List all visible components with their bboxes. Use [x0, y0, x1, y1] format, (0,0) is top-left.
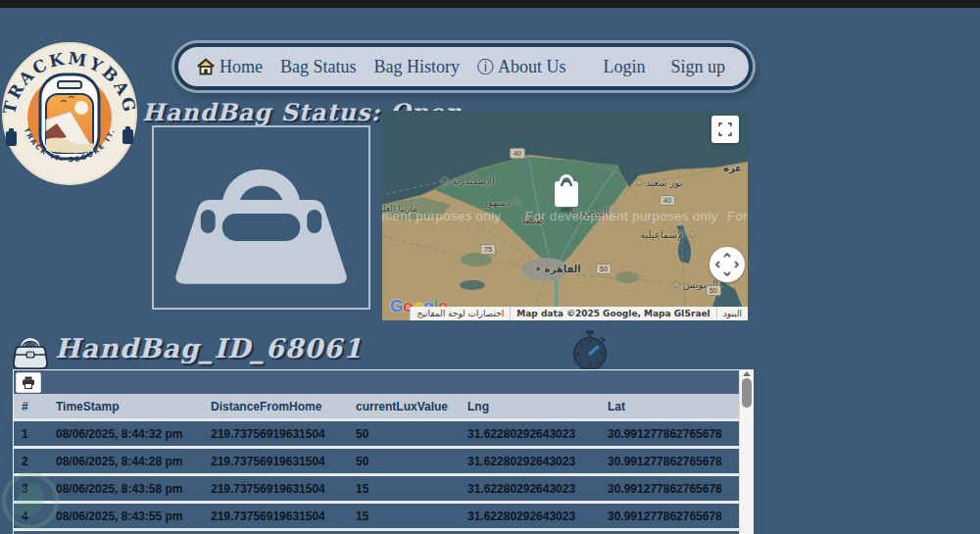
table-row[interactable]: 1 08/06/2025, 8:44:32 pm 219.73756919631…: [14, 421, 753, 446]
cell-timestamp: 08/06/2025, 8:43:58 pm: [48, 482, 203, 496]
map-city-label: ◉ القاهرة: [535, 264, 581, 274]
bag-history-table: # TimeStamp DistanceFromHome currentLuxV…: [14, 370, 753, 534]
route-shield: 50: [596, 264, 612, 274]
nav-label-bag-status: Bag Status: [280, 57, 357, 77]
recorder-watermark: [2, 472, 59, 529]
map[interactable]: ◯ الإسكندرية دمنهور ◯ طنطا المنصورة ◯ ◯ …: [382, 111, 748, 320]
cell-index: 1: [14, 427, 48, 441]
handbag-image-box: [152, 125, 370, 310]
map-city-label: الإسماعيلية ◯: [640, 229, 696, 240]
map-pan-control[interactable]: [710, 247, 745, 282]
nav-label-bag-history: Bag History: [374, 57, 461, 77]
nav-item-home[interactable]: Home: [196, 57, 263, 77]
route-shield: 40: [510, 148, 525, 159]
nav-item-bag-history[interactable]: Bag History: [374, 57, 461, 77]
map-city-label: غزة: [723, 163, 742, 173]
cell-timestamp: 08/06/2025, 8:43:55 pm: [48, 510, 203, 523]
table-row[interactable]: 4 08/06/2025, 8:43:55 pm 219.73756919631…: [14, 504, 753, 528]
main-nav: Home Bag Status Bag History ⓘ About Us L…: [174, 43, 753, 90]
login-label: Login: [603, 57, 645, 77]
cell-index: 2: [14, 455, 48, 468]
stopwatch-icon: [571, 328, 609, 373]
map-city-label: دمنهور ◯: [483, 197, 520, 208]
table-row[interactable]: 3 08/06/2025, 8:43:58 pm 219.73756919631…: [14, 476, 753, 501]
col-header-lng[interactable]: Lng: [460, 400, 600, 413]
info-icon: ⓘ: [477, 56, 494, 78]
signup-label: Sign up: [670, 57, 725, 77]
pan-arrows-icon: [715, 253, 739, 276]
page: TRACKMYBAG TRACK IT. SECURE IT. Home Bag: [0, 0, 980, 534]
table-row[interactable]: 2 08/06/2025, 8:44:28 pm 219.73756919631…: [14, 449, 753, 473]
handbag-image: [154, 129, 368, 306]
cell-lat: 30.991277862765678: [600, 510, 739, 523]
col-header-lat[interactable]: Lat: [600, 400, 739, 413]
printer-icon: [22, 376, 35, 389]
map-city-label: ◯ الإسكندرية: [441, 175, 495, 186]
cell-lat: 30.991277862765678: [600, 482, 739, 496]
col-header-lux[interactable]: currentLuxValue: [348, 400, 460, 413]
table-header-row: # TimeStamp DistanceFromHome currentLuxV…: [14, 394, 753, 418]
nav-auth-group: Login Sign up: [603, 57, 725, 77]
fullscreen-icon: [718, 122, 732, 136]
brand-logo[interactable]: TRACKMYBAG TRACK IT. SECURE IT.: [0, 29, 139, 202]
cell-lux: 15: [348, 482, 460, 496]
home-icon: [196, 58, 216, 75]
col-header-index[interactable]: #: [14, 400, 48, 413]
cell-distance: 219.73756919631504: [203, 455, 348, 468]
map-watermark: For development purposes only: [727, 209, 748, 223]
scrollbar-thumb[interactable]: [742, 378, 752, 408]
map-data-attribution: Map data ©2025 Google, Mapa GISrael: [510, 307, 715, 320]
cell-lux: 50: [348, 427, 460, 441]
cell-lux: 15: [348, 510, 460, 523]
route-shield: 50: [706, 285, 721, 296]
col-header-timestamp[interactable]: TimeStamp: [48, 400, 203, 413]
col-header-distance[interactable]: DistanceFromHome: [203, 400, 348, 413]
handbag-icon: [10, 331, 51, 372]
cell-lng: 31.62280292643023: [460, 510, 600, 523]
nav-item-about-us[interactable]: ⓘ About Us: [477, 56, 566, 78]
cell-distance: 219.73756919631504: [203, 510, 348, 523]
bag-marker-icon[interactable]: [551, 170, 582, 213]
cell-lng: 31.62280292643023: [460, 455, 600, 468]
table-body: 1 08/06/2025, 8:44:32 pm 219.73756919631…: [14, 421, 753, 528]
keyboard-shortcuts-button[interactable]: اختصارات لوحة المفاتيح: [410, 307, 510, 320]
map-city-label: ◯ بور سعيد: [635, 177, 682, 188]
cell-lux: 50: [348, 455, 460, 468]
cell-distance: 219.73756919631504: [203, 427, 348, 441]
map-fullscreen-button[interactable]: [711, 116, 739, 143]
print-button[interactable]: [16, 372, 41, 393]
table-scrollbar[interactable]: [739, 370, 753, 534]
nav-label-home: Home: [220, 57, 263, 77]
map-attribution-bar: اختصارات لوحة المفاتيح Map data ©2025 Go…: [410, 307, 748, 320]
login-button[interactable]: Login: [603, 57, 645, 77]
logo-graphic: TRACKMYBAG TRACK IT. SECURE IT.: [0, 29, 139, 198]
top-strip: [0, 0, 980, 8]
cell-lng: 31.62280292643023: [460, 427, 600, 441]
cell-timestamp: 08/06/2025, 8:44:32 pm: [48, 427, 203, 441]
cell-lat: 30.991277862765678: [600, 427, 739, 441]
map-terms-link[interactable]: البنود: [716, 307, 748, 320]
scrollbar-up-arrow[interactable]: [743, 371, 751, 376]
route-shield: 40: [660, 195, 675, 206]
cell-lat: 30.991277862765678: [600, 455, 739, 468]
cell-lng: 31.62280292643023: [460, 482, 600, 496]
signup-button[interactable]: Sign up: [670, 57, 725, 77]
map-watermark: For development purposes only: [382, 209, 502, 223]
route-shield: 75: [480, 244, 496, 255]
cell-distance: 219.73756919631504: [203, 482, 348, 496]
handbag-id-heading: HandBag_ID_68061: [55, 333, 363, 364]
table-toolbar: [14, 370, 753, 394]
nav-label-about-us: About Us: [498, 57, 566, 77]
nav-item-bag-status[interactable]: Bag Status: [280, 57, 357, 77]
cell-timestamp: 08/06/2025, 8:44:28 pm: [48, 455, 203, 468]
